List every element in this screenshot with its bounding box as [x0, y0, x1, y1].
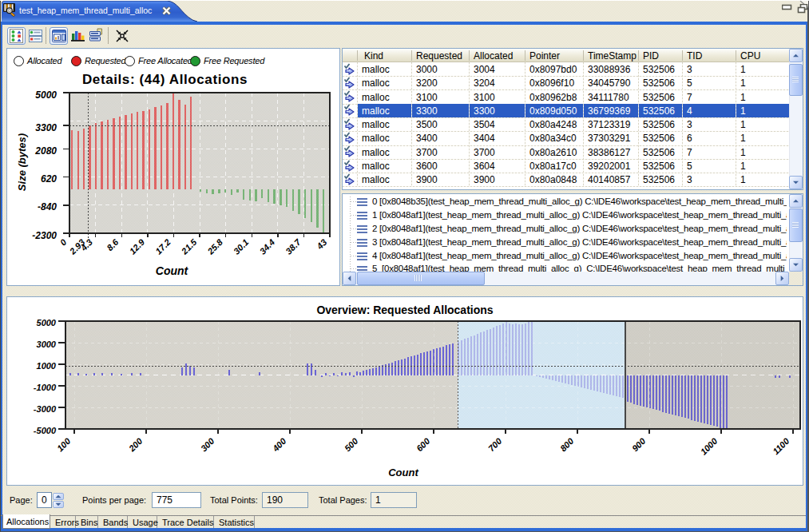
svg-text:Size (bytes): Size (bytes) [16, 133, 28, 191]
svg-text:620: 620 [41, 173, 57, 185]
svg-text:400: 400 [270, 435, 288, 454]
svg-text:21.5: 21.5 [179, 236, 199, 256]
svg-text:900: 900 [630, 435, 648, 453]
svg-text:1000: 1000 [699, 435, 720, 456]
svg-text:8.6: 8.6 [105, 236, 121, 252]
svg-text:700: 700 [486, 435, 504, 453]
svg-text:0: 0 [58, 236, 69, 247]
svg-text:600: 600 [414, 435, 432, 453]
svg-text:12.9: 12.9 [128, 236, 147, 256]
svg-text:38.7: 38.7 [284, 236, 303, 256]
svg-text:Count: Count [388, 466, 418, 478]
svg-text:200: 200 [126, 435, 145, 454]
svg-text:-1000: -1000 [34, 383, 57, 392]
svg-text:-840: -840 [38, 201, 57, 212]
svg-text:5000: 5000 [37, 318, 57, 328]
svg-text:1000: 1000 [37, 361, 57, 371]
svg-text:43: 43 [315, 237, 329, 252]
svg-text:5000: 5000 [35, 89, 57, 101]
svg-text:300: 300 [199, 435, 216, 453]
svg-text:2080: 2080 [34, 145, 57, 157]
svg-text:30.1: 30.1 [232, 237, 251, 256]
svg-text:-5000: -5000 [34, 426, 57, 435]
svg-text:34.4: 34.4 [258, 237, 277, 256]
svg-text:25.8: 25.8 [205, 236, 225, 256]
svg-text:17.2: 17.2 [153, 237, 173, 256]
svg-text:1100: 1100 [771, 435, 791, 456]
svg-text:-3000: -3000 [34, 404, 57, 414]
svg-text:-2300: -2300 [32, 230, 57, 241]
svg-text:3300: 3300 [35, 122, 57, 133]
svg-text:Count: Count [156, 264, 189, 277]
svg-text:800: 800 [558, 435, 576, 453]
svg-text:3000: 3000 [37, 339, 57, 349]
svg-text:100: 100 [55, 435, 73, 453]
svg-text:500: 500 [343, 435, 360, 453]
